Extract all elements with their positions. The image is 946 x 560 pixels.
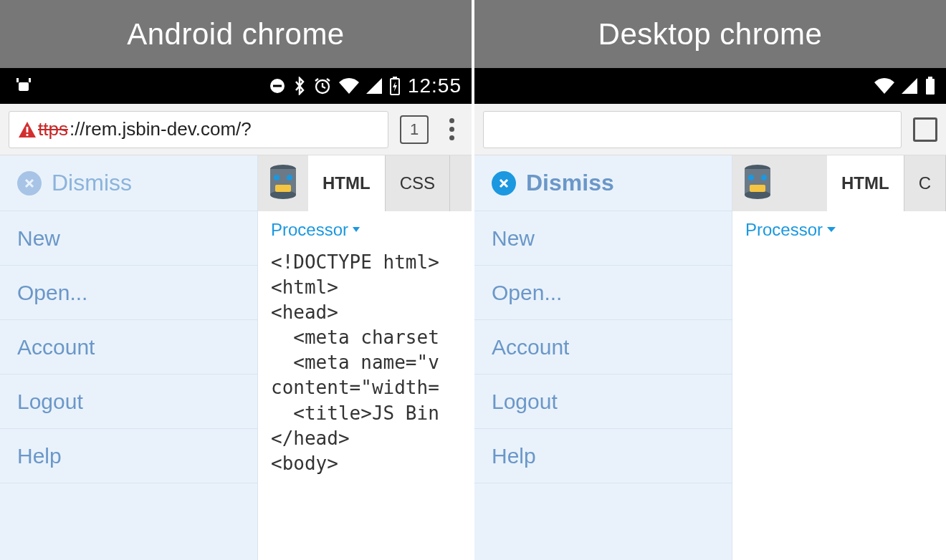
sidebar-item-account[interactable]: Account — [474, 320, 732, 375]
sidebar-item-label: New — [492, 226, 535, 251]
tab-label: CSS — [400, 173, 435, 193]
sidebar-item-help[interactable]: Help — [474, 429, 732, 483]
android-statusbar: 12:55 — [0, 68, 472, 104]
sidebar-item-label: Logout — [492, 390, 558, 414]
svg-rect-23 — [750, 185, 765, 192]
menu-kebab-icon[interactable] — [440, 118, 463, 140]
url-host: ://rem.jsbin-dev.com/? — [70, 118, 252, 140]
wifi-icon — [874, 78, 894, 94]
sidebar-desktop: Dismiss New Open... Account Logout Help — [474, 155, 732, 560]
tab-label: HTML — [841, 173, 889, 193]
tab-count-label: 1 — [410, 120, 419, 139]
svg-rect-4 — [273, 85, 282, 87]
sidebar-item-label: Account — [492, 335, 569, 359]
dismiss-button[interactable]: Dismiss — [0, 155, 257, 211]
svg-point-13 — [274, 175, 280, 180]
url-input[interactable]: ttps://rem.jsbin-dev.com/? — [9, 111, 388, 148]
sidebar-item-label: Account — [17, 335, 95, 359]
sidebar-item-open[interactable]: Open... — [474, 266, 732, 320]
editor-tabs: HTML CSS — [258, 155, 472, 211]
sidebar-item-open[interactable]: Open... — [0, 266, 257, 320]
tab-html[interactable]: HTML — [308, 155, 386, 211]
desktop-statusbar — [474, 68, 946, 104]
tab-label: C — [919, 173, 931, 193]
title-desktop-label: Desktop chrome — [598, 17, 823, 52]
android-addressbar: ttps://rem.jsbin-dev.com/? 1 — [0, 104, 472, 155]
jsbin-robot-icon[interactable] — [732, 155, 783, 211]
ssl-warning-icon — [18, 121, 38, 138]
svg-rect-16 — [926, 79, 935, 95]
sidebar-item-label: Help — [492, 444, 536, 468]
svg-point-14 — [287, 175, 292, 180]
sidebar-item-account[interactable]: Account — [0, 320, 257, 375]
sidebar-android: Dismiss New Open... Account Logout Help — [0, 155, 258, 560]
tab-label: HTML — [322, 173, 371, 193]
chevron-down-icon — [827, 227, 836, 233]
sidebar-item-new[interactable]: New — [0, 211, 257, 266]
svg-rect-1 — [16, 78, 19, 82]
sidebar-item-help[interactable]: Help — [0, 429, 257, 483]
processor-label: Processor — [271, 220, 348, 240]
svg-rect-7 — [393, 77, 397, 79]
cell-signal-icon — [902, 78, 917, 94]
dismiss-label: Dismiss — [526, 170, 614, 196]
battery-icon — [924, 77, 936, 95]
alarm-icon — [313, 77, 332, 95]
cell-signal-icon — [366, 78, 382, 94]
code-editor[interactable]: <!DOCTYPE html> <html> <head> <meta char… — [258, 247, 472, 479]
svg-rect-17 — [928, 77, 932, 79]
tab-count-button[interactable]: 1 — [400, 115, 429, 144]
pane-android: Android chrome 12:55 ttps://rem.jsbin-de — [0, 0, 472, 560]
title-android-label: Android chrome — [127, 17, 344, 52]
dismiss-label: Dismiss — [52, 170, 132, 196]
svg-rect-8 — [27, 127, 29, 132]
desktop-addressbar — [474, 104, 946, 155]
svg-rect-2 — [29, 78, 31, 82]
title-android: Android chrome — [0, 0, 472, 68]
tab-html[interactable]: HTML — [827, 155, 904, 211]
sidebar-item-label: Logout — [17, 390, 83, 414]
sidebar-item-logout[interactable]: Logout — [0, 375, 257, 429]
dismiss-button[interactable]: Dismiss — [474, 155, 732, 211]
editor-android: HTML CSS Processor <!DOCTYPE html> <html… — [258, 155, 472, 560]
svg-point-22 — [761, 175, 767, 180]
svg-rect-15 — [275, 185, 291, 192]
tab-square-icon[interactable] — [913, 117, 937, 142]
editor-tabs: HTML C — [732, 155, 946, 211]
dnd-icon — [269, 77, 286, 95]
pane-desktop: Desktop chrome Dismiss New Open... Accou — [474, 0, 946, 560]
tab-css[interactable]: CSS — [386, 155, 450, 211]
close-icon — [17, 171, 42, 195]
android-notification-icon — [14, 78, 33, 94]
sidebar-item-label: Open... — [17, 281, 87, 305]
battery-charging-icon — [389, 77, 401, 95]
url-scheme: ttps — [38, 118, 68, 140]
sidebar-item-label: Help — [17, 444, 62, 468]
processor-label: Processor — [745, 220, 823, 240]
sidebar-item-label: New — [17, 226, 60, 251]
sidebar-item-new[interactable]: New — [474, 211, 732, 266]
processor-dropdown[interactable]: Processor — [271, 220, 360, 240]
close-icon — [492, 171, 516, 195]
status-clock: 12:55 — [408, 74, 462, 97]
wifi-icon — [339, 78, 359, 94]
sidebar-item-label: Open... — [492, 281, 562, 305]
url-input[interactable] — [483, 111, 902, 148]
svg-rect-9 — [27, 134, 29, 136]
jsbin-robot-icon[interactable] — [258, 155, 308, 211]
processor-dropdown[interactable]: Processor — [745, 220, 836, 240]
title-desktop: Desktop chrome — [474, 0, 946, 68]
chevron-down-icon — [353, 227, 360, 233]
sidebar-item-logout[interactable]: Logout — [474, 375, 732, 429]
bluetooth-icon — [293, 77, 306, 95]
tab-css[interactable]: C — [904, 155, 946, 211]
editor-desktop: HTML C Processor — [732, 155, 946, 560]
svg-point-21 — [748, 175, 754, 180]
svg-rect-0 — [19, 82, 29, 91]
